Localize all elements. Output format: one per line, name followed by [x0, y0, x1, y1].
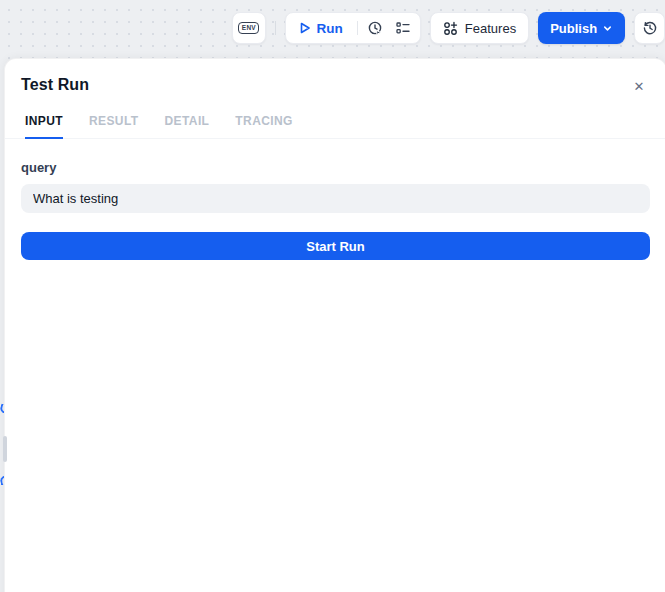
tab-detail[interactable]: DETAIL [165, 114, 210, 139]
input-form: query Start Run [5, 139, 665, 260]
panel-resize-handle[interactable] [3, 436, 7, 462]
features-icon [443, 21, 458, 36]
run-history-button[interactable] [362, 16, 388, 40]
run-group-divider [357, 21, 358, 35]
close-icon[interactable]: ✕ [628, 75, 650, 97]
run-button[interactable]: Run [290, 17, 353, 40]
panel-header: Test Run ✕ [5, 59, 665, 97]
query-field-label: query [21, 160, 650, 175]
query-input[interactable] [21, 184, 650, 213]
version-history-button[interactable] [634, 12, 665, 44]
env-icon: ENV [238, 22, 259, 35]
chevron-down-icon [602, 23, 613, 34]
checklist-button[interactable] [390, 16, 416, 40]
run-button-group: Run [285, 12, 421, 44]
clock-play-icon [367, 20, 383, 36]
test-run-panel: Test Run ✕ INPUT RESULT DETAIL TRACING q… [4, 58, 665, 592]
tab-result[interactable]: RESULT [89, 114, 139, 139]
workflow-app: { "topbar": { "env_label": "ENV", "run_l… [0, 0, 665, 592]
toolbar-divider [275, 21, 276, 35]
publish-button-label: Publish [550, 21, 597, 36]
toolbar: ENV Run [232, 12, 665, 44]
tab-input[interactable]: INPUT [25, 114, 63, 139]
run-button-label: Run [317, 21, 343, 36]
publish-button[interactable]: Publish [538, 12, 625, 44]
features-button-label: Features [465, 21, 516, 36]
checklist-icon [395, 20, 411, 36]
clock-restore-icon [642, 20, 658, 36]
play-icon [298, 21, 312, 35]
tab-bar: INPUT RESULT DETAIL TRACING [5, 114, 665, 139]
tab-tracing[interactable]: TRACING [235, 114, 292, 139]
env-button[interactable]: ENV [232, 12, 266, 44]
features-button[interactable]: Features [430, 12, 529, 44]
start-run-button[interactable]: Start Run [21, 232, 650, 260]
page-title: Test Run [21, 76, 89, 94]
